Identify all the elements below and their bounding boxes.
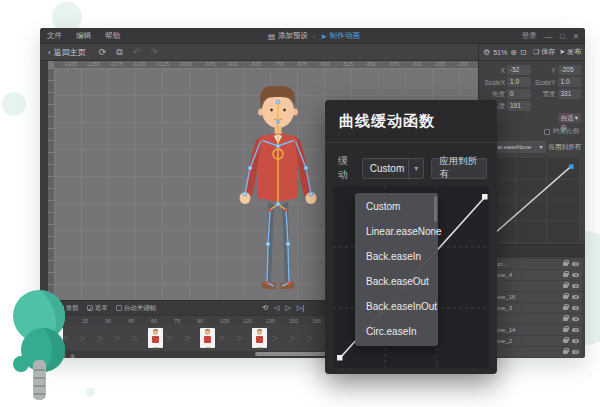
gear-icon[interactable]: ⚙ xyxy=(483,48,490,57)
zoom-level[interactable]: 51% xyxy=(493,49,507,56)
add-preset-button[interactable]: ▤ 添加预设 xyxy=(268,31,308,41)
lock-icon[interactable] xyxy=(563,306,568,310)
menu-item[interactable]: 帮助 xyxy=(98,31,127,41)
property-input[interactable]: 1.0 xyxy=(558,77,582,87)
lock-icon[interactable] xyxy=(563,339,568,343)
checkbox[interactable] xyxy=(87,305,93,311)
prev-frame-icon[interactable]: ◁ xyxy=(274,304,279,312)
character[interactable] xyxy=(226,86,330,300)
title-bar: 文件编辑帮助 ▤ 添加预设 › ➤ 制作动画 登录 — □ ✕ xyxy=(40,28,585,44)
easing-option[interactable]: Linear.easeNone xyxy=(355,219,438,244)
property-label: Y xyxy=(534,67,556,74)
ruler-tick: -225 xyxy=(422,61,445,68)
eye-icon[interactable] xyxy=(572,284,579,289)
redo-icon[interactable]: ↷ xyxy=(145,47,163,57)
eye-icon[interactable] xyxy=(572,350,579,355)
frame-tick: 30 xyxy=(105,316,128,325)
panel-apply-all-button[interactable]: 应用到所有 xyxy=(549,141,582,153)
layer-row[interactable]: bone_16 xyxy=(482,292,582,302)
lock-icon[interactable] xyxy=(563,295,568,299)
back-chevron-icon: ‹ xyxy=(48,48,51,57)
eye-icon[interactable] xyxy=(572,306,579,311)
save-button[interactable]: ❏ 保存 xyxy=(533,47,555,57)
loop-icon[interactable]: ⟲ xyxy=(262,304,268,312)
make-animation-button[interactable]: ➤ 制作动画 xyxy=(320,31,359,41)
zoom-in-icon[interactable]: ⊕ xyxy=(70,352,75,359)
maximize-button[interactable]: □ xyxy=(560,32,565,41)
property-input[interactable]: 1.0 xyxy=(507,77,531,87)
property-input[interactable]: 191 xyxy=(507,101,531,111)
frame-tick: 75 xyxy=(174,316,197,325)
keyframe-thumbnail[interactable] xyxy=(148,328,163,348)
easing-option[interactable]: Custom xyxy=(355,194,438,219)
property-input[interactable]: 0 xyxy=(507,89,531,99)
zoom-fit-icon[interactable]: ⊕ xyxy=(510,48,517,57)
frame-tick: 90 xyxy=(197,316,220,325)
eye-icon[interactable] xyxy=(572,328,579,333)
property-label: ScaleY xyxy=(534,79,556,86)
publish-button[interactable]: ➤ 发布 xyxy=(559,47,581,57)
layer-name: bone_16 xyxy=(492,294,563,300)
easing-option[interactable]: Back.easeInOut xyxy=(355,294,438,319)
eye-icon[interactable] xyxy=(572,317,579,322)
keyframe-thumbnail[interactable] xyxy=(252,328,267,348)
layer-row[interactable]: 2 xyxy=(482,314,582,324)
lock-icon[interactable] xyxy=(563,262,568,266)
back-home-button[interactable]: ‹ 返回主页 xyxy=(40,47,94,58)
timeline-toggle[interactable]: 自动关键帧 xyxy=(116,304,157,313)
refresh-icon[interactable]: ⟳ xyxy=(94,47,112,57)
property-input[interactable]: -52 xyxy=(507,65,531,75)
easing-curve-preview[interactable] xyxy=(485,158,579,242)
duplicate-icon[interactable]: ⧉ xyxy=(111,47,127,58)
layer-row[interactable]: fron... xyxy=(482,259,582,269)
easing-option[interactable]: Back.easeOut xyxy=(355,269,438,294)
publish-icon: ➤ xyxy=(559,48,565,55)
layer-row[interactable]: 1 xyxy=(482,281,582,291)
login-button[interactable]: 登录 xyxy=(522,31,537,41)
constrain-checkbox[interactable] xyxy=(544,129,550,135)
undo-icon[interactable]: ↶ xyxy=(128,47,146,57)
keyframe-thumbnail[interactable] xyxy=(200,328,215,348)
next-frame-icon[interactable]: ▷| xyxy=(297,304,304,312)
lock-icon[interactable] xyxy=(563,350,568,354)
easing-option[interactable]: Circ.easeIn xyxy=(355,319,438,344)
eye-icon[interactable] xyxy=(572,273,579,278)
list-scrollbar-thumb[interactable] xyxy=(434,196,437,222)
easing-select[interactable]: Custom ▾ xyxy=(362,158,424,179)
minimize-button[interactable]: — xyxy=(545,32,553,41)
layer-row[interactable]: bone_3 xyxy=(482,303,582,313)
close-button[interactable]: ✕ xyxy=(573,32,579,41)
checkbox[interactable] xyxy=(116,305,122,311)
layer-row[interactable]: bone_2 xyxy=(482,336,582,346)
layer-row[interactable]: bone_4 xyxy=(482,270,582,280)
ruler-tick: -825 xyxy=(238,61,261,68)
toggle-label: 自动关键帧 xyxy=(124,304,157,313)
property-input[interactable]: 331 xyxy=(558,89,582,99)
timeline-toggle[interactable]: 遮罩 xyxy=(87,304,108,313)
menu-bar: 文件编辑帮助 xyxy=(40,31,127,41)
lock-icon[interactable] xyxy=(563,328,568,332)
easing-options-list: CustomLinear.easeNoneBack.easeInBack.eas… xyxy=(355,193,438,346)
eye-icon[interactable] xyxy=(572,295,579,300)
fit-select[interactable]: 自适应 ▾ xyxy=(558,113,582,123)
lock-icon[interactable] xyxy=(563,273,568,277)
menu-item[interactable]: 编辑 xyxy=(69,31,98,41)
easing-option[interactable]: Back.easeIn xyxy=(355,244,438,269)
curve-endpoint-handle xyxy=(569,164,573,168)
menu-item[interactable]: 文件 xyxy=(40,31,69,41)
property-input[interactable]: -205 xyxy=(558,65,582,75)
eye-icon[interactable] xyxy=(572,339,579,344)
apply-all-button[interactable]: 应用到所有 xyxy=(431,158,487,179)
property-label: ScaleX xyxy=(483,79,505,86)
ruler-tick: -900 xyxy=(215,61,238,68)
lock-icon[interactable] xyxy=(563,284,568,288)
frame-tick: 150 xyxy=(289,316,312,325)
eye-icon[interactable] xyxy=(572,262,579,267)
divider xyxy=(325,142,497,143)
lock-icon[interactable] xyxy=(563,317,568,321)
titlebar-center: ▤ 添加预设 › ➤ 制作动画 xyxy=(268,28,360,44)
play-icon[interactable]: ▷ xyxy=(285,304,290,312)
layer-row[interactable]: bone_14 xyxy=(482,325,582,335)
layer-row[interactable]: 3 xyxy=(482,347,582,357)
zoom-expand-icon[interactable]: ⊡ xyxy=(520,48,527,57)
